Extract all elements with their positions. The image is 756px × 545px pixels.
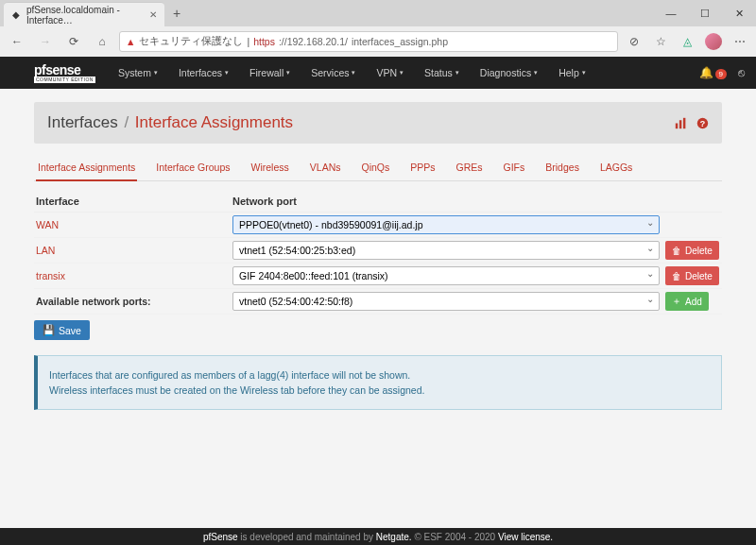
back-button[interactable]: ← [6,30,28,53]
tab-laggs[interactable]: LAGGs [598,155,634,180]
nav-help[interactable]: Help▾ [549,59,595,87]
port-select-wan[interactable] [232,215,660,234]
svg-rect-0 [676,123,678,128]
nav-interfaces[interactable]: Interfaces▾ [169,59,238,87]
tab-qinqs[interactable]: QinQs [359,155,391,180]
top-navbar: pfsense COMMUNITY EDITION System▾ Interf… [0,57,756,89]
tab-ppps[interactable]: PPPs [408,155,437,180]
info-line-1: Interfaces that are configured as member… [49,369,710,381]
port-select-transix[interactable] [232,266,660,285]
insecure-warning-icon: ▲ [126,36,135,47]
url-input[interactable]: ▲ セキュリティ保護なし | https://192.168.20.1/inte… [119,31,618,52]
nav-menu: System▾ Interfaces▾ Firewall▾ Services▾ … [109,59,595,87]
help-icon[interactable]: ? [696,117,709,129]
security-label: セキュリティ保護なし [139,35,243,48]
port-select-available[interactable] [232,292,660,311]
refresh-button[interactable]: ⟳ [62,30,85,53]
page-header: Interfaces / Interface Assignments ? [34,102,722,144]
save-icon: 💾 [43,324,55,336]
logout-icon: ⎋ [738,66,745,79]
favorites-button[interactable]: ☆ [650,31,671,52]
interface-link-wan[interactable]: WAN [36,219,59,230]
tab-wireless[interactable]: Wireless [249,155,291,180]
url-scheme: https [253,36,275,47]
tab-close-icon[interactable]: ✕ [149,9,157,20]
notifications-button[interactable]: 🔔9 [699,66,727,79]
tab-vlans[interactable]: VLANs [308,155,343,180]
svg-rect-2 [683,117,685,128]
tab-gres[interactable]: GREs [455,155,485,180]
add-button[interactable]: ＋Add [665,292,709,311]
reader-button[interactable]: ⊘ [624,31,644,52]
page-footer: pfSense is developed and maintained by N… [0,528,756,545]
table-header: Interface Network port [34,191,722,213]
forward-button[interactable]: → [34,30,57,53]
interface-link-lan[interactable]: LAN [36,245,55,256]
window-minimize-button[interactable]: — [654,0,688,26]
tab-gifs[interactable]: GIFs [502,155,527,180]
svg-rect-1 [679,120,681,128]
col-interface: Interface [34,196,232,207]
plus-icon: ＋ [672,295,681,308]
table-row: Available network ports: ＋Add [34,289,722,315]
window-close-button[interactable]: ✕ [722,0,756,26]
interface-link-transix[interactable]: transix [36,270,65,281]
url-path: interfaces_assign.php [352,36,448,47]
table-row: WAN [34,213,722,238]
nav-diagnostics[interactable]: Diagnostics▾ [471,59,547,87]
extension-icon[interactable]: ◬ [677,31,697,52]
delete-button-lan[interactable]: 🗑Delete [665,241,719,260]
logout-button[interactable]: ⎋ [738,66,745,79]
info-line-2: Wireless interfaces must be created on t… [49,384,710,396]
save-button[interactable]: 💾Save [34,320,90,340]
available-ports-label: Available network ports: [36,296,151,307]
new-tab-button[interactable]: + [164,0,189,26]
svg-text:?: ? [700,118,705,128]
page-title: Interfaces / Interface Assignments [47,113,293,132]
tab-bridges[interactable]: Bridges [543,155,581,180]
table-row: transix 🗑Delete [34,264,722,289]
address-bar: ← → ⟳ ⌂ ▲ セキュリティ保護なし | https://192.168.2… [0,26,756,57]
port-select-lan[interactable] [232,241,660,260]
browser-tab[interactable]: ◆ pfSense.localdomain - Interface… ✕ [4,2,164,26]
table-row: LAN 🗑Delete [34,238,722,264]
nav-services[interactable]: Services▾ [301,59,365,87]
tab-favicon-icon: ◆ [11,9,21,21]
nav-vpn[interactable]: VPN▾ [367,59,413,87]
subnav-tabs: Interface Assignments Interface Groups W… [34,155,722,181]
nav-system[interactable]: System▾ [109,59,167,87]
url-host: ://192.168.20.1/ [279,36,348,47]
tab-interface-assignments[interactable]: Interface Assignments [36,155,137,181]
trash-icon: 🗑 [672,271,681,281]
bell-icon: 🔔 [699,66,713,79]
nav-status[interactable]: Status▾ [415,59,469,87]
trash-icon: 🗑 [672,246,681,256]
nav-firewall[interactable]: Firewall▾ [240,59,300,87]
stats-icon[interactable] [675,117,687,129]
brand-logo[interactable]: pfsense COMMUNITY EDITION [34,63,95,83]
notification-count: 9 [715,69,727,79]
delete-button-transix[interactable]: 🗑Delete [665,266,719,285]
home-button[interactable]: ⌂ [91,30,113,53]
tab-title: pfSense.localdomain - Interface… [26,5,144,26]
info-panel: Interfaces that are configured as member… [34,355,722,410]
col-network-port: Network port [232,196,660,207]
tab-interface-groups[interactable]: Interface Groups [154,155,232,180]
window-titlebar: ◆ pfSense.localdomain - Interface… ✕ + —… [0,0,756,26]
menu-button[interactable]: ⋯ [730,31,750,52]
profile-avatar[interactable] [703,31,724,52]
window-maximize-button[interactable]: ☐ [688,0,722,26]
